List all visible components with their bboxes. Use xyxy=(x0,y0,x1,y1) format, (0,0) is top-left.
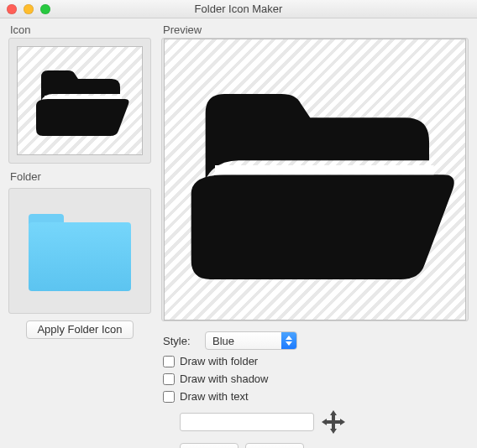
apply-folder-icon-button[interactable]: Apply Folder Icon xyxy=(26,320,133,339)
draw-with-folder-row[interactable]: Draw with folder xyxy=(163,355,469,367)
chevron-up-down-icon xyxy=(281,332,296,349)
right-column: Preview Style: Blue xyxy=(161,23,469,440)
draw-with-shadow-row[interactable]: Draw with shadow xyxy=(163,372,469,385)
color-button[interactable]: Color xyxy=(245,443,304,448)
content: Icon Folder xyxy=(0,18,477,448)
draw-with-shadow-label: Draw with shadow xyxy=(180,372,269,385)
style-popup-label: Blue xyxy=(206,335,281,347)
font-button[interactable]: Font xyxy=(180,443,238,448)
icon-well[interactable] xyxy=(8,38,151,164)
preview-section-label: Preview xyxy=(161,23,469,36)
folder-section-label: Folder xyxy=(8,170,151,183)
preview-well[interactable] xyxy=(161,38,469,321)
preview-hatched-bg xyxy=(164,39,466,320)
folder-well[interactable] xyxy=(8,188,151,314)
style-label: Style: xyxy=(163,335,198,347)
window-controls xyxy=(0,4,50,14)
open-folder-icon xyxy=(29,59,130,143)
draw-with-folder-checkbox[interactable] xyxy=(163,356,175,367)
move-icon[interactable] xyxy=(321,409,346,435)
draw-with-text-checkbox[interactable] xyxy=(163,391,175,403)
style-popup[interactable]: Blue xyxy=(205,331,297,350)
titlebar: Folder Icon Maker xyxy=(0,0,477,18)
mac-folder-icon xyxy=(25,209,134,293)
draw-with-shadow-checkbox[interactable] xyxy=(163,373,175,385)
window-title: Folder Icon Maker xyxy=(0,3,477,15)
draw-with-text-label: Draw with text xyxy=(180,390,249,403)
style-row: Style: Blue xyxy=(163,331,469,350)
font-color-row: Font Color xyxy=(180,443,469,448)
icon-section-label: Icon xyxy=(8,23,151,36)
text-input-row xyxy=(180,409,469,435)
draw-with-text-row[interactable]: Draw with text xyxy=(163,390,469,403)
open-folder-icon xyxy=(172,54,458,305)
controls: Style: Blue Draw with folder Draw with s… xyxy=(161,331,469,448)
svg-rect-1 xyxy=(327,420,340,424)
minimize-icon[interactable] xyxy=(24,4,34,14)
icon-hatched-bg xyxy=(17,46,143,155)
folder-text-input[interactable] xyxy=(180,413,314,431)
draw-with-folder-label: Draw with folder xyxy=(180,355,258,367)
left-column: Icon Folder xyxy=(8,23,151,440)
close-icon[interactable] xyxy=(7,4,17,14)
zoom-icon[interactable] xyxy=(40,4,50,14)
